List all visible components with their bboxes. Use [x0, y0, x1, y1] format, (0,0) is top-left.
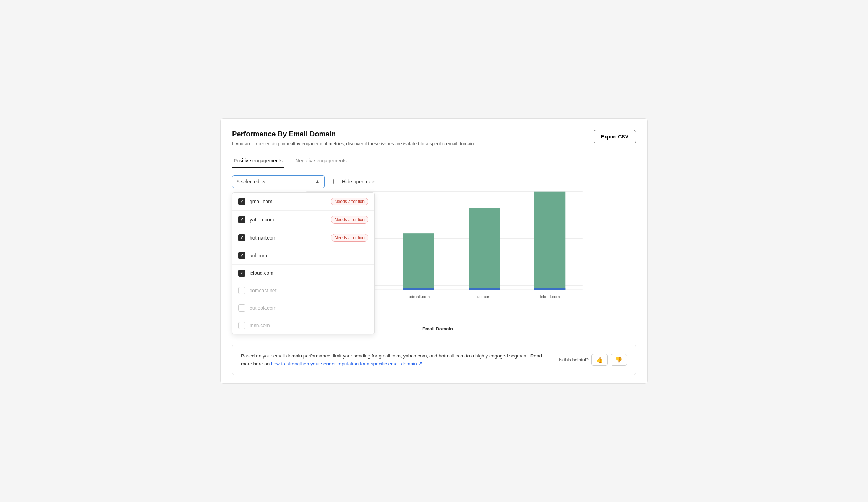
hide-open-rate-checkbox[interactable]: [333, 179, 339, 184]
comcast-checkbox[interactable]: [238, 287, 245, 294]
checkmark-icon: ✓: [240, 217, 244, 222]
domain-item-msn[interactable]: msn.com: [232, 317, 374, 334]
gmail-needs-attention-badge: Needs attention: [331, 198, 368, 205]
footer-link[interactable]: how to strengthen your sender reputation…: [271, 361, 423, 366]
checkmark-icon: ✓: [240, 253, 244, 258]
domain-item-yahoo[interactable]: ✓ yahoo.com Needs attention: [232, 211, 374, 229]
icloud-domain-name: icloud.com: [250, 270, 368, 276]
bar-aol: [469, 208, 500, 290]
checkmark-icon: ✓: [240, 235, 244, 240]
checkmark-icon: ✓: [240, 271, 244, 276]
tab-positive-engagements[interactable]: Positive engagements: [232, 154, 284, 168]
gmail-checkbox[interactable]: ✓: [238, 198, 245, 205]
domain-item-hotmail[interactable]: ✓ hotmail.com Needs attention: [232, 229, 374, 247]
selected-count-label: 5 selected: [237, 179, 260, 184]
msn-checkbox[interactable]: [238, 322, 245, 329]
label-aol: aol.com: [477, 294, 492, 299]
tab-negative-engagements[interactable]: Negative engagements: [294, 154, 348, 168]
checkmark-icon: ✓: [240, 199, 244, 204]
aol-checkbox[interactable]: ✓: [238, 252, 245, 259]
msn-domain-name: msn.com: [250, 323, 368, 328]
outlook-domain-name: outlook.com: [250, 305, 368, 311]
domain-dropdown-trigger[interactable]: 5 selected × ▲: [232, 175, 325, 188]
gmail-domain-name: gmail.com: [250, 199, 326, 204]
insight-footer: Based on your email domain performance, …: [232, 345, 636, 375]
line-hotmail: [403, 288, 434, 290]
yahoo-domain-name: yahoo.com: [250, 217, 326, 223]
hotmail-domain-name: hotmail.com: [250, 235, 326, 241]
line-aol: [469, 288, 500, 290]
page-subtitle: If you are experiencing unhealthy engage…: [232, 140, 475, 147]
helpful-label: Is this helpful?: [559, 357, 589, 362]
yahoo-checkbox[interactable]: ✓: [238, 216, 245, 223]
bar-hotmail: [403, 233, 434, 290]
hide-open-rate-text: Hide open rate: [342, 179, 375, 184]
footer-text: Based on your email domain performance, …: [241, 352, 552, 367]
hotmail-checkbox[interactable]: ✓: [238, 234, 245, 241]
main-card: Performance By Email Domain If you are e…: [220, 118, 648, 384]
label-hotmail: hotmail.com: [407, 294, 430, 299]
page-title: Performance By Email Domain: [232, 130, 475, 138]
footer-text-after-link: .: [423, 361, 424, 366]
comcast-domain-name: comcast.net: [250, 288, 368, 293]
clear-selection-button[interactable]: ×: [262, 179, 265, 184]
domain-item-outlook[interactable]: outlook.com: [232, 299, 374, 317]
yahoo-needs-attention-badge: Needs attention: [331, 216, 368, 224]
domain-item-aol[interactable]: ✓ aol.com: [232, 247, 374, 265]
bar-icloud: [534, 192, 565, 290]
chevron-up-icon: ▲: [314, 178, 320, 185]
outlook-checkbox[interactable]: [238, 304, 245, 312]
export-csv-button[interactable]: Export CSV: [594, 130, 636, 143]
helpful-section: Is this helpful? 👍 👎: [559, 354, 627, 366]
domain-item-icloud[interactable]: ✓ icloud.com: [232, 265, 374, 282]
aol-domain-name: aol.com: [250, 253, 368, 258]
hotmail-needs-attention-badge: Needs attention: [331, 234, 368, 242]
domain-dropdown-menu: ✓ gmail.com Needs attention ✓ yahoo.com …: [232, 192, 375, 334]
header-row: Performance By Email Domain If you are e…: [232, 130, 636, 147]
thumbs-up-button[interactable]: 👍: [591, 354, 608, 366]
controls-row: 5 selected × ▲ Hide open rate ✓ gmail.co…: [232, 175, 636, 188]
label-icloud: icloud.com: [540, 294, 560, 299]
hide-open-rate-label[interactable]: Hide open rate: [333, 179, 375, 184]
icloud-checkbox[interactable]: ✓: [238, 270, 245, 277]
dropdown-selected-display: 5 selected ×: [237, 179, 265, 184]
domain-item-comcast[interactable]: comcast.net: [232, 282, 374, 299]
domain-item-gmail[interactable]: ✓ gmail.com Needs attention: [232, 193, 374, 211]
line-icloud: [534, 288, 565, 290]
thumbs-down-button[interactable]: 👎: [611, 354, 627, 366]
header-text: Performance By Email Domain If you are e…: [232, 130, 475, 147]
tab-bar: Positive engagements Negative engagement…: [232, 154, 636, 168]
